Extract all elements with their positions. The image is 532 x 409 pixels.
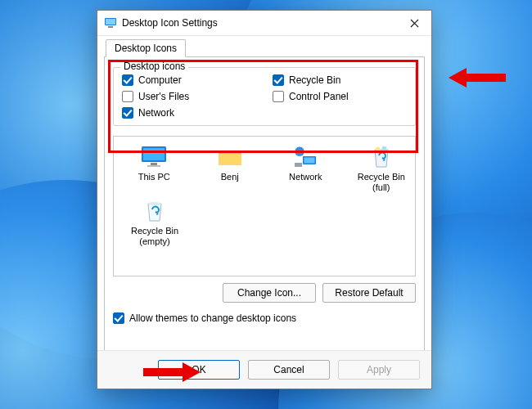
- checkbox-users-files[interactable]: User's Files: [122, 91, 256, 102]
- checkbox-icon: [273, 91, 284, 102]
- dialog-footer: OK Cancel Apply: [97, 350, 431, 389]
- checkbox-control-panel[interactable]: Control Panel: [273, 91, 407, 102]
- desktop-icons-groupbox: Desktop icons Computer Recycle Bin User'…: [113, 67, 416, 126]
- recycle-bin-full-icon: [367, 145, 395, 169]
- titlebar: Desktop Icon Settings: [97, 11, 431, 36]
- icon-preview-area: This PC Benj: [113, 136, 416, 276]
- checkbox-icon: [273, 74, 284, 86]
- icon-label: This PC: [138, 172, 170, 182]
- restore-default-button[interactable]: Restore Default: [322, 283, 416, 303]
- cancel-button[interactable]: Cancel: [248, 360, 330, 380]
- groupbox-legend: Desktop icons: [120, 61, 188, 72]
- monitor-icon: [140, 145, 168, 169]
- apply-button: Apply: [338, 360, 420, 380]
- checkbox-label: Recycle Bin: [289, 74, 340, 86]
- folder-icon: [216, 145, 244, 169]
- checkbox-icon: [122, 107, 133, 119]
- window-title: Desktop Icon Settings: [122, 17, 402, 29]
- desktop-icon-settings-window: Desktop Icon Settings Desktop Icons Desk…: [97, 10, 432, 389]
- titlebar-icon: [104, 16, 117, 29]
- svg-rect-11: [304, 158, 315, 164]
- svg-rect-4: [108, 26, 113, 28]
- svg-point-15: [148, 202, 161, 205]
- checkbox-label: Allow themes to change desktop icons: [129, 312, 296, 324]
- icon-label: Recycle Bin (full): [358, 172, 405, 192]
- tabstrip: Desktop Icons: [104, 39, 425, 57]
- preview-icon-user-folder[interactable]: Benj: [201, 145, 259, 192]
- checkbox-label: Computer: [138, 74, 182, 86]
- svg-rect-7: [151, 163, 157, 165]
- checkbox-icon: [122, 74, 133, 86]
- checkbox-allow-themes[interactable]: Allow themes to change desktop icons: [113, 312, 416, 324]
- checkbox-computer[interactable]: Computer: [122, 74, 256, 86]
- svg-rect-13: [375, 146, 380, 151]
- change-icon-button[interactable]: Change Icon...: [223, 283, 316, 303]
- svg-rect-6: [143, 148, 165, 160]
- svg-rect-8: [147, 165, 160, 167]
- preview-icon-this-pc[interactable]: This PC: [125, 145, 183, 192]
- checkbox-icon: [122, 91, 133, 102]
- recycle-bin-empty-icon: [141, 199, 169, 223]
- preview-icon-recycle-bin-empty[interactable]: Recycle Bin (empty): [125, 199, 184, 246]
- svg-rect-3: [106, 19, 115, 25]
- tab-desktop-icons[interactable]: Desktop Icons: [106, 39, 186, 57]
- network-icon: [291, 145, 319, 169]
- checkbox-label: User's Files: [138, 91, 189, 102]
- checkbox-label: Control Panel: [289, 91, 349, 102]
- preview-icon-recycle-bin-full[interactable]: Recycle Bin (full): [353, 145, 411, 192]
- checkbox-recycle-bin[interactable]: Recycle Bin: [273, 74, 407, 86]
- tab-panel: Desktop icons Computer Recycle Bin User'…: [104, 56, 425, 352]
- checkbox-label: Network: [138, 107, 174, 119]
- ok-button[interactable]: OK: [158, 360, 240, 380]
- icon-label: Benj: [221, 172, 239, 182]
- checkbox-icon: [113, 312, 124, 324]
- checkbox-network[interactable]: Network: [122, 107, 256, 119]
- svg-rect-12: [295, 163, 302, 167]
- icon-label: Recycle Bin (empty): [131, 226, 178, 246]
- icon-label: Network: [289, 172, 322, 182]
- close-button[interactable]: [402, 13, 426, 33]
- preview-icon-network[interactable]: Network: [277, 145, 335, 192]
